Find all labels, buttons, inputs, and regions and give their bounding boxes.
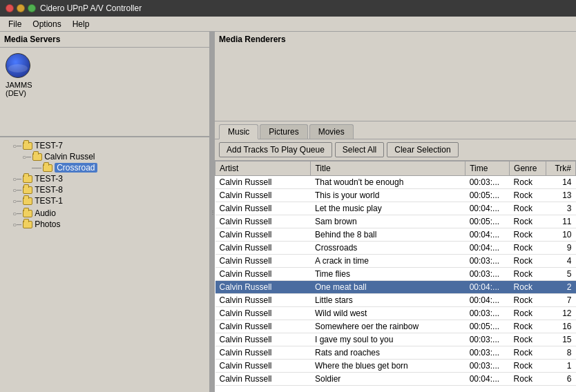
tree-item-audio[interactable]: ○─ Audio: [12, 208, 207, 219]
table-row[interactable]: Calvin Russell Little stars 00:04:... Ro…: [215, 294, 576, 307]
cell-genre: Rock: [510, 268, 546, 281]
cell-artist: Calvin Russell: [215, 176, 311, 189]
server-sub: (DEV): [6, 89, 26, 97]
cell-genre: Rock: [510, 228, 546, 242]
cell-title: Sam brown: [311, 215, 465, 228]
tree-label: Audio: [35, 208, 56, 218]
connector-icon: ○─: [12, 175, 21, 183]
table-row[interactable]: Calvin Russell That woudn't be enough 00…: [215, 176, 576, 189]
table-row[interactable]: Calvin Russell Let the music play 00:04:…: [215, 202, 576, 215]
maximize-button[interactable]: [28, 4, 36, 12]
folder-icon: [23, 197, 32, 205]
cell-title: That woudn't be enough: [311, 176, 465, 189]
col-header-time: Time: [465, 161, 510, 176]
folder-icon: [23, 142, 32, 150]
media-servers-content: JAMMS (DEV): [0, 48, 209, 137]
table-row[interactable]: Calvin Russell Time flies 00:03:... Rock…: [215, 268, 576, 281]
select-all-button[interactable]: Select All: [335, 142, 384, 157]
table-row[interactable]: Calvin Russell I gave my soul to you 00:…: [215, 333, 576, 346]
cell-time: 00:03:...: [465, 360, 510, 373]
table-row[interactable]: Calvin Russell Sam brown 00:05:... Rock …: [215, 215, 576, 228]
cell-trk: 14: [546, 176, 576, 189]
connector-icon: ○─: [12, 197, 21, 205]
cell-title: Little stars: [311, 294, 465, 307]
cell-time: 00:03:...: [465, 268, 510, 281]
cell-time: 00:03:...: [465, 333, 510, 346]
cell-genre: Rock: [510, 202, 546, 215]
cell-genre: Rock: [510, 294, 546, 307]
table-row[interactable]: Calvin Russell Crossroads 00:04:... Rock…: [215, 242, 576, 255]
table-row[interactable]: Calvin Russell Wild wild west 00:03:... …: [215, 307, 576, 320]
cell-trk: 4: [546, 255, 576, 268]
table-row[interactable]: Calvin Russell Where the blues get born …: [215, 360, 576, 373]
cell-time: 00:03:...: [465, 307, 510, 320]
close-button[interactable]: [6, 4, 14, 12]
tree-item-test3[interactable]: ○─ TEST-3: [12, 173, 207, 184]
add-tracks-button[interactable]: Add Tracks To Play Queue: [219, 142, 332, 157]
cell-title: Soldier: [311, 373, 465, 386]
left-panel: Media Servers JAMMS (DEV) ○─ TEST-7 ○─ C…: [0, 32, 211, 392]
minimize-button[interactable]: [17, 4, 25, 12]
tree-label: TEST-1: [35, 196, 63, 206]
cell-trk: 3: [546, 202, 576, 215]
table-row[interactable]: Calvin Russell Rats and roaches 00:03:..…: [215, 346, 576, 360]
col-header-title: Title: [311, 161, 465, 176]
cell-title: Behind the 8 ball: [311, 228, 465, 242]
connector-icon: ○─: [12, 186, 21, 194]
tab-movies[interactable]: Movies: [309, 124, 354, 139]
server-icon[interactable]: [6, 53, 30, 78]
cell-genre: Rock: [510, 242, 546, 255]
cell-artist: Calvin Russell: [215, 228, 311, 242]
tab-bar: Music Pictures Movies: [215, 121, 576, 139]
cell-genre: Rock: [510, 189, 546, 202]
table-row[interactable]: Calvin Russell Soldier 00:04:... Rock 6: [215, 373, 576, 386]
track-table-body: Calvin Russell That woudn't be enough 00…: [215, 176, 576, 386]
table-row[interactable]: Calvin Russell One meat ball 00:04:... R…: [215, 281, 576, 294]
cell-genre: Rock: [510, 255, 546, 268]
table-row[interactable]: Calvin Russell Somewhere oer the rainbow…: [215, 320, 576, 333]
cell-time: 00:04:...: [465, 202, 510, 215]
cell-time: 00:04:...: [465, 294, 510, 307]
tree-item-test1[interactable]: ○─ TEST-1: [12, 195, 207, 206]
folder-icon: [23, 210, 32, 217]
connector-icon: ○─: [12, 221, 21, 228]
menu-help[interactable]: Help: [67, 18, 95, 30]
cell-genre: Rock: [510, 373, 546, 386]
cell-title: This is your world: [311, 189, 465, 202]
cell-artist: Calvin Russell: [215, 189, 311, 202]
cell-genre: Rock: [510, 346, 546, 360]
server-name[interactable]: JAMMS: [6, 81, 32, 89]
cell-artist: Calvin Russell: [215, 294, 311, 307]
folder-icon: [23, 186, 32, 194]
cell-time: 00:05:...: [465, 189, 510, 202]
col-header-artist: Artist: [215, 161, 311, 176]
cell-artist: Calvin Russell: [215, 202, 311, 215]
table-row[interactable]: Calvin Russell Behind the 8 ball 00:04:.…: [215, 228, 576, 242]
cell-genre: Rock: [510, 307, 546, 320]
clear-selection-button[interactable]: Clear Selection: [387, 142, 458, 157]
tab-music[interactable]: Music: [219, 124, 258, 139]
cell-artist: Calvin Russell: [215, 268, 311, 281]
tree-item-photos[interactable]: ○─ Photos: [12, 219, 207, 230]
table-row[interactable]: Calvin Russell This is your world 00:05:…: [215, 189, 576, 202]
tree-item-calvin-russel[interactable]: ○─ Calvin Russel: [22, 151, 207, 162]
menu-options[interactable]: Options: [27, 18, 66, 30]
tree-item-test7[interactable]: ○─ TEST-7: [12, 140, 207, 151]
cell-artist: Calvin Russell: [215, 242, 311, 255]
tree-label: Photos: [35, 219, 60, 229]
table-header: Artist Title Time Genre Trk#: [215, 161, 576, 176]
menu-file[interactable]: File: [3, 18, 27, 30]
cell-title: Wild wild west: [311, 307, 465, 320]
cell-artist: Calvin Russell: [215, 215, 311, 228]
titlebar: Cidero UPnP A/V Controller: [0, 0, 576, 17]
cell-trk: 5: [546, 268, 576, 281]
cell-genre: Rock: [510, 176, 546, 189]
cell-time: 00:04:...: [465, 281, 510, 294]
cell-trk: 6: [546, 373, 576, 386]
tree-label: Calvin Russel: [44, 152, 95, 161]
tree-item-crossroad[interactable]: ── Crossroad: [32, 162, 207, 173]
table-row[interactable]: Calvin Russell A crack in time 00:03:...…: [215, 255, 576, 268]
tree-item-test8[interactable]: ○─ TEST-8: [12, 184, 207, 195]
tab-pictures[interactable]: Pictures: [260, 124, 307, 139]
connector-icon: ──: [32, 164, 41, 172]
